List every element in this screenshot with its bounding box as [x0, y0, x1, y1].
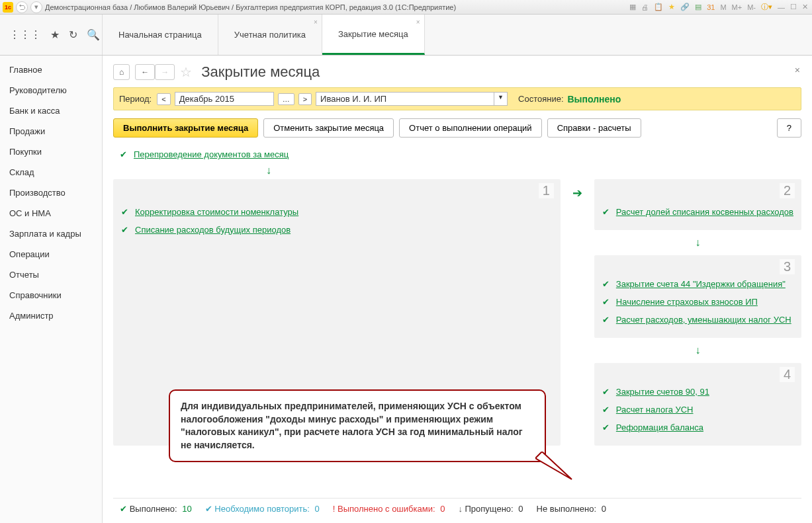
- calendar-tool-icon[interactable]: 31: [705, 3, 716, 11]
- tab-month-closing[interactable]: Закрытие месяца×: [322, 15, 425, 55]
- forward-button[interactable]: →: [155, 64, 175, 80]
- link-tool-icon[interactable]: 🔗: [679, 3, 691, 11]
- check-icon: ✔: [602, 405, 609, 415]
- check-icon: ✔: [602, 279, 609, 289]
- report-button[interactable]: Отчет о выполнении операций: [399, 118, 542, 138]
- close-icon[interactable]: ×: [416, 19, 420, 26]
- arrow-right-icon: ➔: [572, 186, 582, 200]
- operations-block-4: 4 ✔Закрытие счетов 90, 91 ✔Расчет налога…: [594, 363, 801, 446]
- error-icon: !: [333, 504, 336, 514]
- period-next-button[interactable]: >: [298, 93, 312, 105]
- sidebar-item-operations[interactable]: Операции: [0, 244, 102, 264]
- sidebar-item-production[interactable]: Производство: [0, 182, 102, 203]
- check-icon: ✔: [121, 207, 128, 217]
- operation-reprovision-link[interactable]: Перепроведение документов за месяц: [134, 149, 289, 159]
- check-icon: ✔: [120, 504, 127, 514]
- status-repeat-label: Необходимо повторить:: [214, 504, 310, 514]
- toolbar-left-icons: ⋮⋮⋮ ★ ↻ 🔍: [0, 15, 103, 55]
- help-button[interactable]: ?: [777, 118, 801, 138]
- sidebar-item-reports[interactable]: Отчеты: [0, 264, 102, 285]
- sidebar-item-manager[interactable]: Руководителю: [0, 80, 102, 101]
- block-number: 4: [780, 367, 795, 382]
- check-icon: ✔: [602, 297, 609, 307]
- sidebar-item-purchases[interactable]: Покупки: [0, 141, 102, 162]
- period-picker-button[interactable]: …: [278, 93, 294, 105]
- check-icon: ✔: [602, 387, 609, 397]
- operation-link[interactable]: Закрытие счетов 90, 91: [616, 387, 709, 397]
- status-bar: ✔ Выполнено: 10 ✔ Необходимо повторить: …: [113, 498, 801, 519]
- mem-m-icon[interactable]: M: [719, 3, 727, 11]
- page-title: Закрытие месяца: [201, 63, 320, 81]
- tab-accounting-policy[interactable]: Учетная политика×: [218, 15, 322, 55]
- info-icon[interactable]: ⓘ▾: [760, 2, 774, 12]
- minimize-icon[interactable]: —: [776, 3, 786, 11]
- back-button[interactable]: ←: [135, 64, 155, 80]
- calc-tool-icon[interactable]: ▤: [694, 3, 703, 11]
- period-input[interactable]: Декабрь 2015: [175, 92, 274, 106]
- svg-marker-0: [535, 452, 572, 479]
- tool-icon[interactable]: ▦: [628, 3, 637, 11]
- maximize-icon[interactable]: ☐: [789, 3, 798, 11]
- close-page-icon[interactable]: ×: [795, 65, 800, 75]
- operation-link[interactable]: Начисление страховых взносов ИП: [616, 297, 758, 307]
- page-header: ⌂ ←→ ☆ Закрытие месяца: [113, 63, 801, 81]
- favorite-star-icon[interactable]: ☆: [180, 64, 192, 80]
- mem-mplus-icon[interactable]: M+: [731, 3, 744, 11]
- sidebar-item-sales[interactable]: Продажи: [0, 121, 102, 141]
- period-prev-button[interactable]: <: [157, 93, 170, 105]
- status-notdone-count: 0: [602, 504, 606, 514]
- check-icon: ✔: [602, 422, 609, 432]
- tab-start[interactable]: Начальная страница: [103, 15, 218, 55]
- sidebar-item-warehouse[interactable]: Склад: [0, 162, 102, 182]
- arrow-down-icon: ↓: [113, 162, 424, 179]
- operation-tax-usn-link[interactable]: Расчет налога УСН: [616, 405, 694, 415]
- operations-block-2: 2 ✔Расчет долей списания косвенных расхо…: [594, 179, 801, 230]
- sidebar-item-admin[interactable]: Администр: [0, 305, 102, 326]
- org-dropdown-icon[interactable]: ▼: [494, 92, 508, 106]
- check-icon: ✔: [602, 315, 609, 325]
- sidebar-item-assets[interactable]: ОС и НМА: [0, 203, 102, 223]
- cancel-button[interactable]: Отменить закрытие месяца: [263, 118, 394, 138]
- operation-row: ✔ Перепроведение документов за месяц: [113, 147, 801, 162]
- status-skip-label: Пропущено:: [465, 504, 514, 514]
- apps-icon[interactable]: ⋮⋮⋮: [9, 28, 41, 41]
- operation-link[interactable]: Списание расходов будущих периодов: [135, 225, 291, 235]
- tool-icon[interactable]: 📋: [653, 3, 664, 11]
- period-bar: Период: < Декабрь 2015 … > Иванов И. И. …: [113, 87, 801, 110]
- arrow-down-icon: ↓: [594, 234, 801, 251]
- repeat-icon: ✔: [205, 504, 212, 514]
- refs-button[interactable]: Справки - расчеты: [547, 118, 641, 138]
- tab-bar: Начальная страница Учетная политика× Зак…: [103, 15, 425, 55]
- status-done-label: Выполнено:: [130, 504, 177, 514]
- close-window-icon[interactable]: ✕: [801, 3, 809, 11]
- nav-dropdown-icon[interactable]: ▾: [30, 1, 42, 13]
- tool-icon[interactable]: 🖨: [640, 3, 650, 11]
- search-icon[interactable]: 🔍: [87, 28, 100, 41]
- close-icon[interactable]: ×: [314, 19, 318, 26]
- block-number: 3: [780, 259, 795, 274]
- sidebar-item-main[interactable]: Главное: [0, 60, 102, 80]
- sidebar-item-catalogs[interactable]: Справочники: [0, 285, 102, 305]
- callout-pointer-icon: [535, 452, 582, 485]
- star-tool-icon[interactable]: ★: [667, 3, 676, 11]
- state-label: Состояние:: [518, 94, 563, 104]
- operation-link[interactable]: Корректировка стоимости номенклатуры: [135, 207, 298, 217]
- page-content: × ⌂ ←→ ☆ Закрытие месяца Период: < Декаб…: [103, 56, 812, 523]
- block-number: 1: [539, 183, 554, 198]
- operation-link[interactable]: Расчет расходов, уменьшающих налог УСН: [616, 315, 791, 325]
- operation-link[interactable]: Расчет долей списания косвенных расходов: [616, 207, 793, 217]
- sidebar-item-salary[interactable]: Зарплата и кадры: [0, 223, 102, 244]
- home-button[interactable]: ⌂: [113, 64, 130, 80]
- sidebar-item-bank[interactable]: Банк и касса: [0, 101, 102, 121]
- mem-mminus-icon[interactable]: M-: [746, 3, 757, 11]
- nav-back-icon[interactable]: ⮌: [16, 1, 28, 13]
- window-title: Демонстрационная база / Любимов Валерий …: [45, 3, 628, 11]
- favorite-icon[interactable]: ★: [50, 28, 60, 41]
- organization-input[interactable]: Иванов И. И. ИП: [316, 92, 494, 106]
- history-icon[interactable]: ↻: [69, 28, 77, 41]
- execute-button[interactable]: Выполнить закрытие месяца: [113, 118, 258, 138]
- operation-link[interactable]: Закрытие счета 44 "Издержки обращения": [616, 279, 786, 289]
- navigation-sidebar: Главное Руководителю Банк и касса Продаж…: [0, 56, 103, 523]
- skip-icon: ↓: [458, 504, 463, 514]
- operation-link[interactable]: Реформация баланса: [616, 422, 703, 432]
